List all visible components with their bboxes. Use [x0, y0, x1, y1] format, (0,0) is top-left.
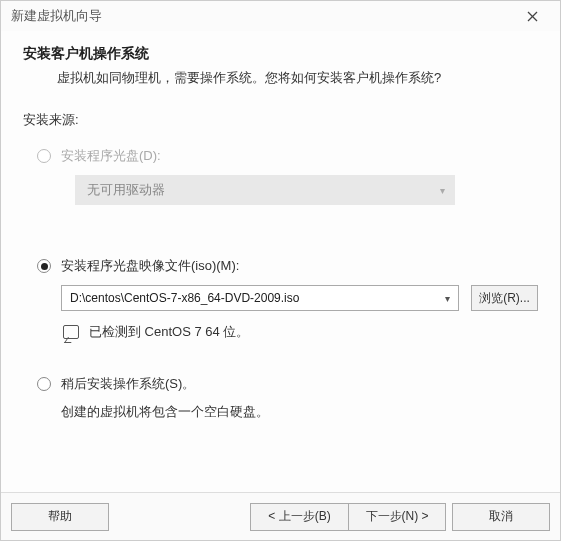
titlebar: 新建虚拟机向导: [1, 1, 560, 31]
wizard-footer: 帮助 < 上一步(B) 下一步(N) > 取消: [1, 492, 560, 540]
option-label: 稍后安装操作系统(S)。: [61, 375, 195, 393]
help-button[interactable]: 帮助: [11, 503, 109, 531]
chevron-down-icon: ▾: [440, 185, 445, 196]
radio-icon: [37, 149, 51, 163]
disc-drive-dropdown: 无可用驱动器 ▾: [75, 175, 455, 205]
wizard-window: 新建虚拟机向导 安装客户机操作系统 虚拟机如同物理机，需要操作系统。您将如何安装…: [0, 0, 561, 541]
cancel-button[interactable]: 取消: [452, 503, 550, 531]
page-subtitle: 虚拟机如同物理机，需要操作系统。您将如何安装客户机操作系统?: [57, 69, 538, 87]
info-icon: [63, 325, 79, 339]
dropdown-value: 无可用驱动器: [87, 181, 165, 199]
next-button[interactable]: 下一步(N) >: [348, 503, 446, 531]
close-icon[interactable]: [512, 2, 552, 30]
iso-path-value: D:\centos\CentOS-7-x86_64-DVD-2009.iso: [70, 291, 299, 305]
back-button[interactable]: < 上一步(B): [250, 503, 348, 531]
option-installer-disc: 安装程序光盘(D): 无可用驱动器 ▾: [37, 147, 538, 205]
chevron-down-icon: ▾: [445, 293, 450, 304]
option-install-later: 稍后安装操作系统(S)。 创建的虚拟机将包含一个空白硬盘。: [37, 375, 538, 421]
nav-button-group: < 上一步(B) 下一步(N) >: [250, 503, 446, 531]
option-iso-image: 安装程序光盘映像文件(iso)(M): D:\centos\CentOS-7-x…: [37, 257, 538, 341]
option-label: 安装程序光盘(D):: [61, 147, 161, 165]
radio-installer-disc[interactable]: 安装程序光盘(D):: [37, 147, 538, 165]
install-later-hint: 创建的虚拟机将包含一个空白硬盘。: [61, 403, 538, 421]
browse-button[interactable]: 浏览(R)...: [471, 285, 538, 311]
option-label: 安装程序光盘映像文件(iso)(M):: [61, 257, 239, 275]
wizard-body: 安装来源: 安装程序光盘(D): 无可用驱动器 ▾ 安装程序光盘映像文件(iso…: [1, 91, 560, 492]
radio-install-later[interactable]: 稍后安装操作系统(S)。: [37, 375, 538, 393]
iso-path-combo[interactable]: D:\centos\CentOS-7-x86_64-DVD-2009.iso ▾: [61, 285, 459, 311]
source-label: 安装来源:: [23, 111, 538, 129]
radio-icon: [37, 377, 51, 391]
window-title: 新建虚拟机向导: [11, 7, 102, 25]
radio-iso-image[interactable]: 安装程序光盘映像文件(iso)(M):: [37, 257, 538, 275]
page-title: 安装客户机操作系统: [23, 45, 538, 63]
wizard-header: 安装客户机操作系统 虚拟机如同物理机，需要操作系统。您将如何安装客户机操作系统?: [1, 31, 560, 91]
detected-os-row: 已检测到 CentOS 7 64 位。: [63, 323, 538, 341]
detected-os-text: 已检测到 CentOS 7 64 位。: [89, 323, 249, 341]
radio-icon: [37, 259, 51, 273]
